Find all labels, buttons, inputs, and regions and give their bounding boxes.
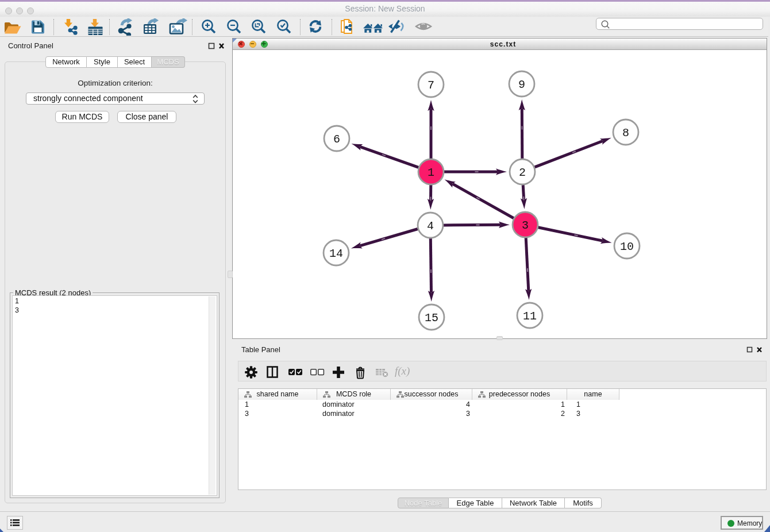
svg-text:8: 8: [622, 126, 629, 140]
svg-text:7: 7: [428, 79, 434, 92]
svg-text:14: 14: [329, 247, 343, 260]
svg-text:3: 3: [522, 219, 529, 232]
svg-text:9: 9: [518, 78, 525, 91]
svg-text:11: 11: [523, 310, 537, 323]
svg-text:2: 2: [519, 166, 526, 179]
svg-text:1: 1: [428, 166, 434, 179]
svg-text:6: 6: [333, 133, 340, 146]
svg-text:4: 4: [427, 219, 434, 233]
svg-text:10: 10: [620, 240, 634, 253]
svg-text:15: 15: [425, 311, 438, 325]
